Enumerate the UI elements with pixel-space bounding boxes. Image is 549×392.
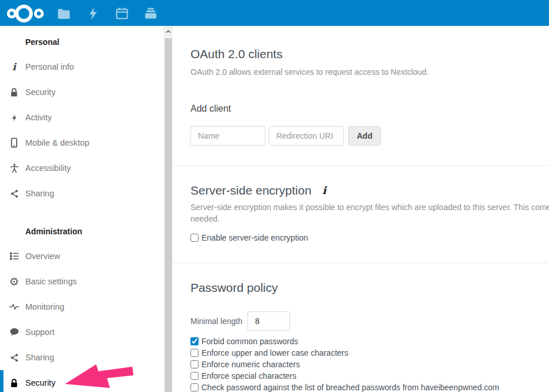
sidebar-item-sharing-admin[interactable]: Sharing — [0, 345, 163, 370]
enable-encryption-row: Enable server-side encryption — [190, 233, 549, 243]
add-client-heading: Add client — [190, 103, 549, 115]
settings-content: OAuth 2.0 clients OAuth 2.0 allows exter… — [173, 26, 549, 392]
sidebar-item-sharing-personal[interactable]: Sharing — [0, 181, 163, 206]
top-bar — [0, 0, 549, 26]
accessibility-icon — [9, 162, 19, 174]
forbid-common-passwords-checkbox[interactable] — [190, 337, 199, 345]
sidebar-heading-personal: Personal — [0, 36, 163, 48]
phone-icon — [9, 137, 19, 149]
client-name-input[interactable] — [190, 126, 265, 146]
sidebar-item-overview[interactable]: Overview — [0, 243, 163, 269]
oauth-description: OAuth 2.0 allows external services to re… — [190, 66, 549, 78]
minimal-length-row: Minimal length — [190, 311, 549, 331]
sidebar-item-activity[interactable]: Activity — [0, 105, 163, 130]
gear-icon: ⚙ — [9, 276, 19, 287]
enable-encryption-checkbox[interactable] — [190, 234, 199, 242]
sidebar-heading-administration: Administration — [0, 226, 163, 237]
encryption-title-text: Server-side encryption — [190, 183, 311, 198]
sidebar-item-security-personal[interactable]: Security — [0, 79, 163, 105]
redirection-uri-input[interactable] — [269, 126, 344, 146]
enforce-numeric-row: Enforce numeric characters — [190, 359, 549, 370]
check-breached-passwords-row: Check password against the list of breac… — [190, 382, 549, 392]
scrollbar-thumb[interactable] — [165, 38, 172, 392]
app-icon-bar — [56, 5, 159, 21]
settings-sidebar: Personal i Personal info Security Activi… — [0, 26, 163, 392]
lock-icon — [9, 377, 19, 389]
add-client-button[interactable]: Add — [348, 126, 381, 146]
oauth-section: OAuth 2.0 clients OAuth 2.0 allows exter… — [173, 26, 549, 166]
sidebar-item-security-admin[interactable]: Security — [0, 370, 163, 392]
logo-circle-center — [15, 5, 33, 22]
deck-icon[interactable] — [143, 5, 159, 21]
sidebar-item-accessibility[interactable]: Accessibility — [0, 155, 163, 181]
calendar-icon[interactable] — [114, 5, 130, 21]
nextcloud-logo[interactable] — [7, 3, 45, 23]
sidebar-item-basic-settings[interactable]: ⚙ Basic settings — [0, 269, 163, 294]
add-client-row: Add — [190, 126, 549, 146]
info-i-icon: i — [9, 61, 19, 73]
list-icon — [9, 250, 19, 262]
share-icon — [9, 188, 19, 199]
enforce-numeric-checkbox[interactable] — [190, 360, 199, 368]
sidebar-scrollbar[interactable] — [163, 26, 173, 392]
enable-encryption-label: Enable server-side encryption — [201, 233, 308, 242]
lock-icon — [9, 86, 19, 98]
sidebar-item-mobile-desktop[interactable]: Mobile & desktop — [0, 130, 163, 155]
bolt-icon — [9, 112, 19, 123]
sidebar-item-monitoring[interactable]: Monitoring — [0, 294, 163, 319]
sidebar-item-personal-info[interactable]: i Personal info — [0, 54, 163, 79]
encryption-title: Server-side encryption i — [190, 183, 549, 198]
password-policy-checkboxes: Forbid common passwords Enforce upper an… — [190, 336, 549, 392]
scrollbar-up-arrow[interactable] — [163, 26, 173, 37]
check-breached-passwords-checkbox[interactable] — [190, 383, 199, 391]
files-folder-icon[interactable] — [56, 5, 73, 21]
encryption-description-line2: needed. — [190, 213, 549, 224]
activity-bolt-icon[interactable] — [85, 5, 101, 21]
speech-bubble-icon — [9, 326, 19, 338]
encryption-section: Server-side encryption i Server-side enc… — [173, 166, 549, 263]
sidebar-item-support[interactable]: Support — [0, 319, 163, 345]
enforce-special-row: Enforce special characters — [190, 370, 549, 382]
password-policy-section: Password policy Minimal length Forbid co… — [173, 263, 549, 392]
forbid-common-passwords-row: Forbid common passwords — [190, 336, 549, 347]
encryption-description-line1: Server-side encryption makes it possible… — [190, 201, 549, 213]
pulse-icon — [9, 301, 19, 313]
password-policy-title: Password policy — [190, 280, 549, 295]
enforce-upper-lower-checkbox[interactable] — [190, 349, 199, 357]
minimal-length-input[interactable] — [247, 311, 290, 331]
oauth-title: OAuth 2.0 clients — [190, 47, 549, 62]
logo-circle-right — [34, 9, 44, 18]
enforce-upper-lower-row: Enforce upper and lower case characters — [190, 347, 549, 359]
enforce-special-checkbox[interactable] — [190, 372, 199, 380]
minimal-length-label: Minimal length — [190, 317, 242, 326]
info-icon[interactable]: i — [322, 183, 326, 198]
share-icon — [9, 352, 19, 363]
